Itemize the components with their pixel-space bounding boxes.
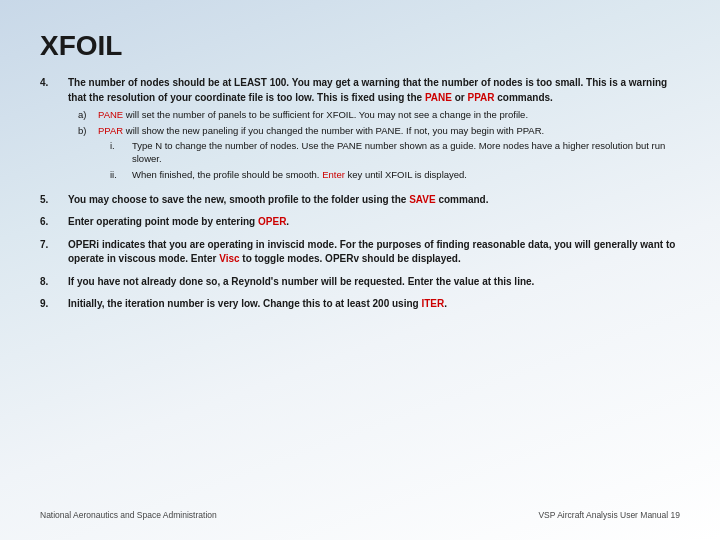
list-item: 9. Initially, the iteration number is ve… — [40, 297, 680, 312]
sub-label-b: b) — [78, 124, 98, 183]
list-item: 8. If you have not already done so, a Re… — [40, 275, 680, 290]
footer: National Aeronautics and Space Administr… — [40, 502, 680, 520]
item-text: OPERi indicates that you are operating i… — [68, 238, 680, 267]
sub-label-a: a) — [78, 108, 98, 122]
item-body: OPERi indicates that you are operating i… — [68, 238, 680, 267]
cmd-save: SAVE — [409, 194, 436, 205]
item-number: 5. — [40, 193, 68, 208]
item-body: If you have not already done so, a Reyno… — [68, 275, 680, 290]
cmd-pane: PANE — [425, 92, 452, 103]
list-item: 5. You may choose to save the new, smoot… — [40, 193, 680, 208]
cmd-oper: OPER — [258, 216, 286, 227]
item-number: 8. — [40, 275, 68, 290]
item-body: Enter operating point mode by entering O… — [68, 215, 680, 230]
item-text: You may choose to save the new, smooth p… — [68, 193, 680, 208]
item-body: The number of nodes should be at LEAST 1… — [68, 76, 680, 185]
cmd-visc: Visc — [219, 253, 239, 264]
sub-items: a) PANE will set the number of panels to… — [68, 108, 680, 183]
roman-item-i: i. Type N to change the number of nodes.… — [110, 139, 680, 166]
item-number: 7. — [40, 238, 68, 267]
item-text: Initially, the iteration number is very … — [68, 297, 680, 312]
item-number: 9. — [40, 297, 68, 312]
roman-body-i: Type N to change the number of nodes. Us… — [132, 139, 680, 166]
roman-label-i: i. — [110, 139, 132, 166]
item-body: You may choose to save the new, smooth p… — [68, 193, 680, 208]
cmd-iter: ITER — [421, 298, 444, 309]
page-container: XFOIL 4. The number of nodes should be a… — [0, 0, 720, 540]
page-title: XFOIL — [40, 30, 680, 62]
sub-body-b: PPAR will show the new paneling if you c… — [98, 124, 680, 183]
cmd-enter: Enter — [322, 169, 345, 180]
item-body: Initially, the iteration number is very … — [68, 297, 680, 312]
roman-body-ii: When finished, the profile should be smo… — [132, 168, 680, 181]
cmd-ppar: PPAR — [467, 92, 494, 103]
roman-label-ii: ii. — [110, 168, 132, 181]
footer-left: National Aeronautics and Space Administr… — [40, 510, 217, 520]
list-item: 7. OPERi indicates that you are operatin… — [40, 238, 680, 267]
sub-item-a: a) PANE will set the number of panels to… — [78, 108, 680, 122]
roman-items: i. Type N to change the number of nodes.… — [98, 139, 680, 181]
footer-right: VSP Aircraft Analysis User Manual 19 — [538, 510, 680, 520]
item-text: Enter operating point mode by entering O… — [68, 215, 680, 230]
item-number: 6. — [40, 215, 68, 230]
roman-item-ii: ii. When finished, the profile should be… — [110, 168, 680, 181]
sub-body-a: PANE will set the number of panels to be… — [98, 108, 680, 122]
item-text: If you have not already done so, a Reyno… — [68, 275, 680, 290]
list-item: 4. The number of nodes should be at LEAS… — [40, 76, 680, 185]
item-number: 4. — [40, 76, 68, 185]
sub-item-b: b) PPAR will show the new paneling if yo… — [78, 124, 680, 183]
item-text: The number of nodes should be at LEAST 1… — [68, 76, 680, 105]
main-content: 4. The number of nodes should be at LEAS… — [40, 76, 680, 502]
list-item: 6. Enter operating point mode by enterin… — [40, 215, 680, 230]
cmd-ppar-b: PPAR — [98, 125, 123, 136]
cmd-pane-a: PANE — [98, 109, 123, 120]
